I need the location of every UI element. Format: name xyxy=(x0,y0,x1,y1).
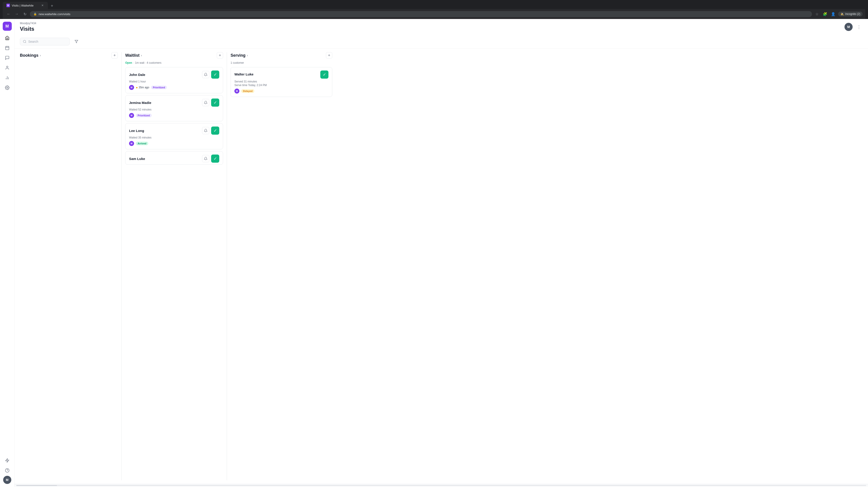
svg-point-12 xyxy=(23,40,26,43)
incognito-icon: 🕵 xyxy=(840,12,844,15)
sidebar-item-home[interactable] xyxy=(3,33,12,42)
serving-add-button[interactable]: + xyxy=(326,52,332,59)
scrollbar-thumb[interactable] xyxy=(16,485,57,486)
time-dot-icon: ● xyxy=(136,86,138,89)
url-text: new.waitwhile.com/visits xyxy=(39,12,70,16)
scrollbar-track xyxy=(16,485,866,486)
notify-button[interactable] xyxy=(202,99,209,106)
arrived-badge: Arrived xyxy=(136,142,148,145)
serving-title: Serving xyxy=(230,53,246,58)
customer-avatar: M xyxy=(129,113,134,118)
svg-point-8 xyxy=(6,87,8,88)
waitlist-add-button[interactable]: + xyxy=(217,52,223,59)
delayed-badge: Delayed xyxy=(241,89,254,93)
serve-button[interactable]: ✓ xyxy=(211,127,219,135)
waitlist-title-group: Waitlist › xyxy=(125,53,142,58)
horizontal-scrollbar[interactable] xyxy=(14,484,868,487)
app-logo[interactable]: M xyxy=(3,22,12,31)
waitlist-column: Waitlist › + Open · 1m wait · 4 customer… xyxy=(125,52,227,480)
sidebar-item-settings[interactable] xyxy=(3,83,12,92)
tab-title: Visits | Waitwhile xyxy=(12,4,34,7)
workspace-name: Moodjoy7434 xyxy=(20,22,36,25)
customer-name: Jemina Madie xyxy=(129,101,151,105)
waitlist-column-header: Waitlist › + xyxy=(125,52,223,59)
active-tab[interactable]: M Visits | Waitwhile ✕ xyxy=(3,2,48,9)
waitlist-card-jemina-madie[interactable]: Jemina Madie ✓ xyxy=(125,95,223,121)
customer-avatar: M xyxy=(129,141,134,146)
sidebar-item-chat[interactable] xyxy=(3,53,12,62)
search-bar xyxy=(20,35,863,48)
bookmark-button[interactable]: ☆ xyxy=(814,11,820,17)
card-actions: ✓ xyxy=(202,127,219,135)
header-user-avatar[interactable]: M xyxy=(844,23,852,31)
bookings-column: Bookings › + xyxy=(20,52,122,480)
sidebar-item-help[interactable] xyxy=(3,466,12,475)
sidebar-user-avatar[interactable]: M xyxy=(3,476,11,484)
wait-time: Waited 1 hour xyxy=(129,80,219,83)
browser-chrome: M Visits | Waitwhile ✕ + ← → ↻ 🔒 new.wai… xyxy=(0,0,868,19)
bookings-column-header: Bookings › + xyxy=(20,52,118,59)
top-bar-actions: M ⋮ xyxy=(844,23,863,31)
top-bar-row: Moodjoy7434 Visits M ⋮ xyxy=(20,22,863,35)
serving-column-header: Serving › + xyxy=(230,52,332,59)
sidebar-item-power[interactable] xyxy=(3,456,12,465)
search-input[interactable] xyxy=(28,40,64,43)
incognito-badge: 🕵 Incognito (2) xyxy=(838,11,863,17)
notify-button[interactable] xyxy=(202,127,209,134)
serving-title-group: Serving › xyxy=(230,53,248,58)
waitlist-chevron-icon: › xyxy=(141,54,142,57)
serve-button[interactable]: ✓ xyxy=(211,98,219,107)
tab-close-button[interactable]: ✕ xyxy=(41,4,44,7)
notify-button[interactable] xyxy=(202,71,209,78)
card-header: John Dale ✓ xyxy=(129,70,219,78)
notify-button[interactable] xyxy=(202,155,209,162)
bookings-chevron-icon: › xyxy=(40,54,41,57)
reload-button[interactable]: ↻ xyxy=(22,11,28,17)
card-footer: M Arrived xyxy=(129,141,219,146)
extensions-button[interactable]: 🧩 xyxy=(822,11,828,17)
profile-button[interactable]: 👤 xyxy=(830,11,836,17)
waitlist-status: Open · 1m wait · 4 customers xyxy=(125,61,223,64)
tab-favicon: M xyxy=(6,4,10,7)
served-time: Served 31 minutes xyxy=(235,80,329,83)
card-actions: ✓ xyxy=(202,155,219,163)
complete-button[interactable]: ✓ xyxy=(320,70,329,78)
bookings-add-button[interactable]: + xyxy=(112,52,118,59)
svg-rect-0 xyxy=(5,46,9,50)
serve-button[interactable]: ✓ xyxy=(211,155,219,163)
svg-marker-14 xyxy=(75,40,78,43)
search-icon xyxy=(23,40,26,43)
serving-card-walter-luke[interactable]: Walter Luke ✓ Served 31 minutes Serve ti… xyxy=(230,67,332,97)
filter-button[interactable] xyxy=(72,37,81,46)
more-options-button[interactable]: ⋮ xyxy=(855,23,863,31)
page-title: Visits xyxy=(20,26,36,32)
url-bar[interactable]: 🔒 new.waitwhile.com/visits xyxy=(30,11,812,17)
card-actions: ✓ xyxy=(320,70,329,78)
waitlist-card-sam-luke[interactable]: Sam Luke ✓ xyxy=(125,151,223,165)
forward-button[interactable]: → xyxy=(13,11,20,17)
svg-point-4 xyxy=(6,66,8,68)
new-tab-button[interactable]: + xyxy=(49,3,55,9)
back-button[interactable]: ← xyxy=(5,11,12,17)
serve-button[interactable]: ✓ xyxy=(211,70,219,78)
customer-name: Lee Long xyxy=(129,129,144,133)
sidebar-item-people[interactable] xyxy=(3,63,12,72)
serve-time-label: Serve time Today, 2:24 PM xyxy=(235,84,329,87)
waitlist-card-lee-long[interactable]: Lee Long ✓ Wait xyxy=(125,123,223,149)
waitlist-card-john-dale[interactable]: John Dale ✓ Wai xyxy=(125,67,223,93)
card-header: Lee Long ✓ xyxy=(129,127,219,135)
priority-badge: Prioritized xyxy=(151,86,167,89)
sidebar-item-calendar[interactable] xyxy=(3,43,12,53)
sidebar-item-analytics[interactable] xyxy=(3,73,12,82)
serving-status: 1 customer xyxy=(230,61,332,64)
svg-line-13 xyxy=(25,42,26,43)
card-footer: M ● 35m ago Prioritized xyxy=(129,85,219,90)
card-actions: ✓ xyxy=(202,98,219,107)
security-icon: 🔒 xyxy=(33,12,37,15)
bookings-cards-list xyxy=(20,61,118,480)
browser-toolbar: ← → ↻ 🔒 new.waitwhile.com/visits ☆ 🧩 👤 🕵… xyxy=(3,9,865,19)
status-open-label: Open xyxy=(125,61,132,64)
card-actions: ✓ xyxy=(202,70,219,78)
wait-time: Waited 35 minutes xyxy=(129,136,219,139)
serving-column: Serving › + 1 customer Walter Luke ✓ xyxy=(230,52,332,480)
